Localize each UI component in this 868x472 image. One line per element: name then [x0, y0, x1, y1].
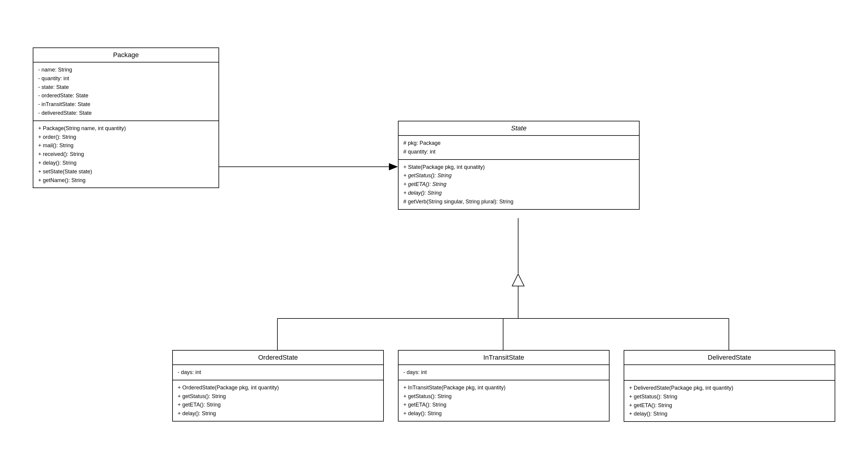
class-intransit-state-attributes: - days: int	[399, 365, 609, 380]
method: + State(Package pkg, int qunatity)	[403, 163, 634, 171]
class-state: State # pkg: Package # quantity: int + S…	[398, 121, 640, 210]
class-state-methods: + State(Package pkg, int qunatity) + get…	[399, 160, 639, 209]
method: + InTransitState(Package pkg, int quanti…	[403, 383, 604, 392]
method: + getETA(): String	[178, 401, 378, 409]
method: + DeliveredState(Package pkg, int quanti…	[629, 384, 830, 392]
method: + delay(): String	[403, 189, 634, 197]
attribute: - days: int	[403, 368, 604, 377]
svg-marker-1	[389, 163, 398, 170]
attribute: - days: int	[178, 368, 378, 377]
method: + getStatus(): String	[629, 392, 830, 401]
class-state-name: State	[399, 121, 639, 136]
class-ordered-state-name: OrderedState	[173, 351, 383, 365]
class-ordered-state: OrderedState - days: int + OrderedState(…	[172, 350, 384, 421]
class-intransit-state-name: InTransitState	[399, 351, 609, 365]
method: + getStatus(): String	[403, 392, 604, 401]
class-ordered-state-methods: + OrderedState(Package pkg, int quantity…	[173, 380, 383, 421]
method: + getETA(): String	[403, 401, 604, 409]
class-delivered-state-methods: + DeliveredState(Package pkg, int quanti…	[624, 381, 835, 421]
attribute: # quantity: int	[403, 148, 634, 156]
method: + delay(): String	[38, 159, 214, 167]
method: # getVerb(String singular, String plural…	[403, 197, 634, 206]
method: + setState(State state)	[38, 167, 214, 176]
method: + OrderedState(Package pkg, int quantity…	[178, 383, 378, 392]
method: + delay(): String	[178, 409, 378, 418]
method: + getETA(): String	[403, 180, 634, 189]
method: + delay(): String	[629, 410, 830, 418]
method: + order(): String	[38, 133, 214, 141]
attribute: - orderedState: State	[38, 91, 214, 100]
attribute: - state: State	[38, 83, 214, 92]
class-package: Package - name: String - quantity: int -…	[33, 48, 219, 188]
attribute: - name: String	[38, 65, 214, 74]
class-delivered-state: DeliveredState + DeliveredState(Package …	[624, 350, 835, 422]
association-package-state	[218, 163, 398, 170]
class-ordered-state-attributes: - days: int	[173, 365, 383, 380]
class-delivered-state-name: DeliveredState	[624, 351, 835, 365]
method: + getStatus(): String	[178, 392, 378, 401]
uml-canvas: Package - name: String - quantity: int -…	[0, 0, 868, 472]
attribute: - quantity: int	[38, 74, 214, 83]
method: + getStatus(): String	[403, 171, 634, 180]
method: + Package(String name, int quantity)	[38, 124, 214, 133]
class-intransit-state-methods: + InTransitState(Package pkg, int quanti…	[399, 380, 609, 421]
class-state-attributes: # pkg: Package # quantity: int	[399, 136, 639, 160]
method: + delay(): String	[403, 409, 604, 418]
method: + mail(): String	[38, 141, 214, 150]
attribute: - deliveredState: State	[38, 109, 214, 118]
class-package-name: Package	[33, 48, 218, 62]
attribute: # pkg: Package	[403, 139, 634, 148]
class-package-methods: + Package(String name, int quantity) + o…	[33, 121, 218, 188]
svg-marker-3	[512, 274, 524, 286]
attribute: - inTransitState: State	[38, 100, 214, 109]
class-package-attributes: - name: String - quantity: int - state: …	[33, 62, 218, 121]
method: + getETA(): String	[629, 401, 830, 410]
class-delivered-state-attributes	[624, 365, 835, 381]
generalization-tree	[277, 218, 729, 350]
class-intransit-state: InTransitState - days: int + InTransitSt…	[398, 350, 610, 421]
method: + getName(): String	[38, 176, 214, 185]
method: + received(): String	[38, 150, 214, 159]
